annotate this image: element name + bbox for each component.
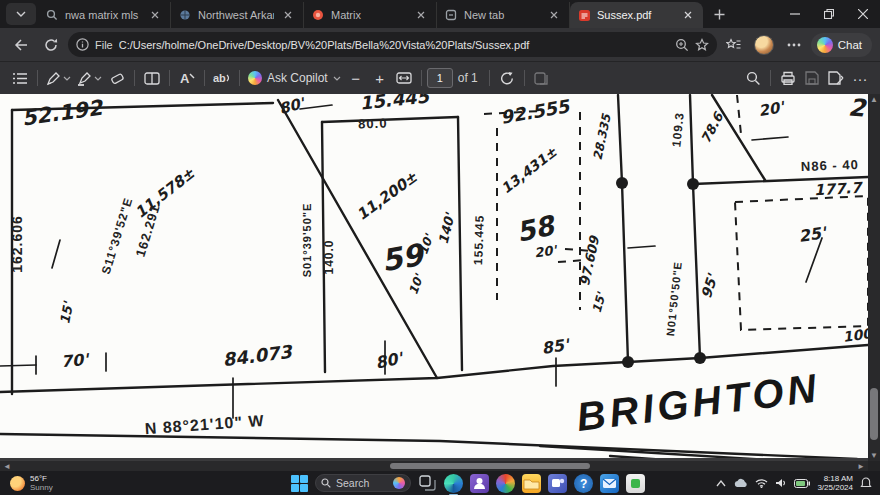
v-scrollbar-thumb[interactable] bbox=[870, 388, 878, 440]
map-label: S01°39'50"E bbox=[301, 203, 313, 278]
taskbar-app-microsoft365[interactable] bbox=[496, 474, 515, 493]
taskbar-search[interactable]: Search bbox=[315, 474, 411, 492]
vertical-scrollbar[interactable]: ▲ ▼ bbox=[868, 94, 880, 462]
tab-new-tab[interactable]: New tab bbox=[437, 2, 570, 28]
minimize-button[interactable] bbox=[778, 0, 812, 28]
tray-date: 3/25/2024 bbox=[817, 483, 853, 492]
tab-nwa-matrix[interactable]: nwa matrix mls - Sear bbox=[38, 2, 171, 28]
restore-button[interactable] bbox=[812, 0, 846, 28]
map-label: 109.3 bbox=[669, 111, 687, 147]
fit-width-button[interactable] bbox=[392, 65, 416, 91]
map-label: S11°39'52"E bbox=[99, 196, 136, 276]
printer-icon bbox=[780, 71, 796, 85]
map-label: 15' bbox=[57, 299, 76, 325]
avatar bbox=[754, 35, 774, 55]
tab-sussex-pdf[interactable]: Sussex.pdf bbox=[570, 2, 703, 28]
pen-icon bbox=[46, 71, 61, 86]
clock[interactable]: 8:18 AM 3/25/2024 bbox=[817, 474, 853, 492]
map-label: 20' bbox=[757, 98, 787, 120]
add-text-icon: A bbox=[179, 71, 195, 85]
tab-close-button[interactable] bbox=[147, 7, 163, 23]
pdf-page: 52.192 80' 15.445 80.0 92.555 20' 2 78.6… bbox=[0, 94, 868, 458]
map-label: 20' bbox=[533, 242, 559, 260]
onedrive-icon[interactable] bbox=[733, 478, 748, 489]
map-label: 95' bbox=[698, 271, 721, 300]
page-view-button[interactable] bbox=[530, 65, 554, 91]
tab-close-button[interactable] bbox=[680, 7, 696, 23]
page-number-input[interactable] bbox=[427, 68, 453, 88]
print-button[interactable] bbox=[776, 65, 800, 91]
volume-icon[interactable] bbox=[775, 478, 787, 488]
tab-matrix[interactable]: Matrix bbox=[304, 2, 437, 28]
scroll-down-button[interactable]: ▼ bbox=[870, 451, 878, 461]
zoom-out-button[interactable]: − bbox=[344, 65, 368, 91]
back-button[interactable] bbox=[8, 32, 34, 58]
tab-northwest-arkansas[interactable]: Northwest Arkansas B bbox=[171, 2, 304, 28]
new-tab-button[interactable] bbox=[706, 3, 732, 25]
more-options-button[interactable]: ··· bbox=[848, 65, 872, 91]
street-name-label: BRIGHTON bbox=[574, 365, 822, 438]
erase-button[interactable] bbox=[105, 65, 129, 91]
taskbar-app-file-explorer[interactable] bbox=[522, 474, 541, 493]
save-button[interactable] bbox=[800, 65, 824, 91]
tab-close-button[interactable] bbox=[413, 7, 429, 23]
map-label: 11,200± bbox=[353, 168, 421, 224]
start-button[interactable] bbox=[290, 474, 308, 492]
map-label: 15' bbox=[590, 290, 609, 315]
chat-label: Chat bbox=[838, 39, 862, 51]
taskbar-app-teams[interactable] bbox=[548, 474, 567, 493]
globe-icon bbox=[178, 8, 192, 22]
battery-icon[interactable] bbox=[794, 479, 810, 488]
taskbar-app-edge[interactable] bbox=[444, 474, 463, 493]
h-scrollbar-thumb[interactable] bbox=[390, 463, 590, 469]
add-favorite-button[interactable] bbox=[695, 38, 709, 52]
map-label: 100 bbox=[842, 325, 868, 345]
profile-avatar[interactable] bbox=[751, 32, 777, 58]
scroll-up-button[interactable]: ▲ bbox=[870, 95, 878, 105]
refresh-button[interactable] bbox=[38, 32, 64, 58]
draw-button[interactable] bbox=[43, 65, 74, 91]
tab-close-button[interactable] bbox=[546, 7, 562, 23]
scrollbar-corner bbox=[868, 461, 880, 471]
zoom-indicator-icon[interactable] bbox=[675, 38, 689, 52]
map-label: 28.335 bbox=[590, 111, 614, 161]
wifi-icon[interactable] bbox=[755, 478, 768, 488]
taskbar-app-people[interactable] bbox=[470, 474, 489, 493]
rotate-button[interactable] bbox=[495, 65, 519, 91]
map-label: 15.445 bbox=[359, 94, 432, 114]
taskbar-app-snipping-tool[interactable] bbox=[626, 474, 645, 493]
url-bar[interactable]: File C:/Users/holme/OneDrive/Desktop/BV%… bbox=[68, 32, 717, 57]
svg-text:ab: ab bbox=[213, 72, 226, 84]
map-label: 84.073 bbox=[221, 341, 294, 370]
map-label: 13,431± bbox=[498, 143, 560, 196]
tab-strip: nwa matrix mls - Sear Northwest Arkansas… bbox=[0, 0, 880, 28]
chat-button[interactable]: Chat bbox=[811, 33, 872, 57]
map-label: 162.606 bbox=[9, 215, 25, 273]
highlight-button[interactable] bbox=[74, 65, 105, 91]
favorites-bar-button[interactable] bbox=[721, 32, 747, 58]
tray-chevron-icon[interactable] bbox=[716, 480, 726, 487]
weather-widget[interactable]: 56°F Sunny bbox=[0, 474, 53, 492]
map-label: 80' bbox=[374, 348, 407, 373]
tab-close-button[interactable] bbox=[280, 7, 296, 23]
taskbar-app-outlook[interactable] bbox=[600, 474, 619, 493]
ask-copilot-button[interactable]: Ask Copilot bbox=[245, 65, 344, 91]
read-aloud-button[interactable]: ab bbox=[210, 65, 234, 91]
settings-more-button[interactable] bbox=[781, 32, 807, 58]
find-button[interactable] bbox=[741, 65, 765, 91]
add-text-button[interactable]: A bbox=[175, 65, 199, 91]
tab-search-button[interactable] bbox=[6, 3, 36, 25]
tab-title: Sussex.pdf bbox=[597, 9, 674, 21]
zoom-in-button[interactable]: + bbox=[368, 65, 392, 91]
close-button[interactable] bbox=[846, 0, 880, 28]
save-as-button[interactable] bbox=[824, 65, 848, 91]
notification-bell-icon[interactable] bbox=[860, 477, 872, 489]
table-of-contents-button[interactable] bbox=[8, 65, 32, 91]
task-view-button[interactable] bbox=[418, 474, 437, 493]
taskbar-app-get-help[interactable]: ? bbox=[574, 474, 593, 493]
search-highlights-icon bbox=[393, 477, 405, 489]
eraser-icon bbox=[110, 71, 125, 85]
two-page-view-button[interactable] bbox=[140, 65, 164, 91]
map-label: 11,578± bbox=[132, 164, 199, 222]
horizontal-scrollbar[interactable]: ◄ ► bbox=[0, 461, 868, 471]
